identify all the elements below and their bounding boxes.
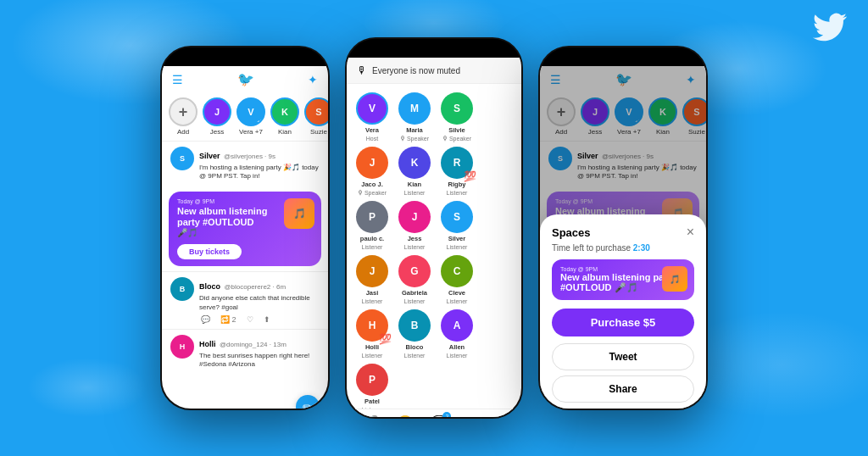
participant-bloco: B Bloco Listener xyxy=(396,309,433,359)
phone-2: 11:29 ▌▌▌ ▾ ▮ 🎙 Everyone is now muted V … xyxy=(345,37,523,419)
tweet-modal-button[interactable]: Tweet xyxy=(552,343,694,370)
silver-handle: @silverjones · 9s xyxy=(224,153,275,160)
phones-container: 11:29 ▌▌▌ ▾ ▮ ☰ 🐦 ✦ + Add J Jess xyxy=(0,0,868,456)
jaco-avatar: J xyxy=(356,147,388,179)
jess-p-role: Listener xyxy=(404,244,426,250)
participant-holli: H 💯 Holli Listener xyxy=(353,309,391,359)
participant-kian: K Kian Listener xyxy=(396,147,433,196)
bloco-actions: 💬 🔁 2 ♡ ⬆ xyxy=(199,315,320,324)
holli-avatar: H xyxy=(170,335,194,359)
muted-text: Everyone is now muted xyxy=(372,66,460,75)
story-vera[interactable]: V +7 Vera +7 xyxy=(236,97,265,136)
mic2-icon: 🎙 xyxy=(442,136,448,142)
tweet-holli-header: H Holli @domingo_124 · 13m The best sunr… xyxy=(170,335,320,370)
phone1-header: ☰ 🐦 ✦ xyxy=(162,66,328,92)
phone3-notch: 11:29 ▌▌▌ ▾ ▮ xyxy=(540,47,706,66)
purchase-button[interactable]: Purchase $5 xyxy=(552,309,694,336)
hamburger-icon[interactable]: ☰ xyxy=(172,73,183,86)
silver-p-role: Listener xyxy=(447,244,468,250)
holli-emoji: 💯 xyxy=(379,333,392,345)
holli-text: The best sunrises happen right here! #Se… xyxy=(199,352,320,370)
participant-gabriela: G Gabriela Listener xyxy=(396,255,433,304)
kian-avatar[interactable]: K xyxy=(270,97,299,126)
bloco-p-name: Bloco xyxy=(406,343,424,351)
phone1-notch: 11:29 ▌▌▌ ▾ ▮ xyxy=(162,47,328,66)
mic-icon: 🎙 xyxy=(400,136,406,142)
bloco-text: Did anyone else catch that incredible se… xyxy=(199,294,320,312)
compose-button[interactable]: ✏ xyxy=(296,395,320,410)
jess-label: Jess xyxy=(210,128,224,136)
share-icon[interactable]: ⬆ xyxy=(264,315,270,324)
silver-p-name: Silver xyxy=(448,235,465,242)
participant-paulo: P paulo c. Listener xyxy=(353,201,391,250)
allen-avatar: A xyxy=(441,309,473,342)
add-avatar[interactable]: + xyxy=(169,97,198,126)
holli-name: Holli xyxy=(199,340,216,348)
signal3-icon: ▌▌▌ xyxy=(668,54,681,60)
participant-allen: A Allen Listener xyxy=(438,309,476,359)
story-kian[interactable]: K Kian xyxy=(270,97,299,136)
phone3-status-icons: ▌▌▌ ▾ ▮ xyxy=(668,53,693,60)
suzie-avatar[interactable]: S xyxy=(304,97,328,126)
sparkle-icon[interactable]: ✦ xyxy=(308,73,318,86)
like-icon[interactable]: ♡ xyxy=(247,315,253,324)
participant-jaco: J Jaco J. 🎙 Speaker xyxy=(353,147,391,196)
silver-p-avatar: S xyxy=(441,201,473,233)
participant-silvie: S Silvie 🎙 Speaker xyxy=(438,92,476,142)
wifi-icon: ▾ xyxy=(305,53,309,60)
phone2-status-icons: ▌▌▌ ▾ ▮ xyxy=(483,45,508,52)
maria-avatar: M xyxy=(398,92,431,125)
tweet-bloco: B Bloco @blocoperere2 · 6m Did anyone el… xyxy=(162,271,328,329)
vera-p-role: Host xyxy=(366,136,378,142)
vera-p-name: Vera xyxy=(365,126,379,134)
jess-avatar[interactable]: J xyxy=(203,97,231,126)
kian-p-avatar: K xyxy=(398,147,431,179)
phone3-time: 11:29 xyxy=(554,53,573,61)
kian-p-role: Listener xyxy=(404,190,426,196)
spaces-card-phone1: Today @ 9PM New album listeningparty #OU… xyxy=(169,192,321,266)
bloco-name: Bloco xyxy=(199,282,220,291)
share-modal-button[interactable]: Share xyxy=(552,375,694,403)
suzie-label: Suzie xyxy=(310,128,327,136)
reply-icon[interactable]: 💬 xyxy=(201,315,210,324)
buy-tickets-button[interactable]: Buy tickets xyxy=(177,244,242,259)
silver-text: I'm hosting a listening party 🎉🎵 today @… xyxy=(199,164,320,181)
vera-p-avatar: V xyxy=(356,92,388,125)
participant-jasi: J Jasi Listener xyxy=(353,255,391,304)
silvie-role: 🎙 Speaker xyxy=(442,136,471,142)
participant-jess: J Jess Listener xyxy=(396,201,433,250)
modal-spaces-card: Today @ 9PM New album listening party#OU… xyxy=(552,259,694,300)
kian-label: Kian xyxy=(278,128,292,136)
add-label: Add xyxy=(177,128,189,136)
silvie-name: Silvie xyxy=(448,126,465,134)
phone2-bottom-bar: 🎤 😊 💬 3 ♡ ⬆ xyxy=(347,409,521,419)
jaco-role: 🎙 Speaker xyxy=(358,190,387,196)
retweet-icon[interactable]: 🔁 2 xyxy=(220,315,236,324)
signal-icon: ▌▌▌ xyxy=(290,54,303,60)
modal-close-button[interactable]: × xyxy=(687,225,694,240)
battery-icon: ▮ xyxy=(311,53,314,60)
patel-avatar: P xyxy=(356,364,388,396)
rigby-role: Listener xyxy=(447,190,468,196)
kian-p-name: Kian xyxy=(408,181,421,188)
chat-bottom-icon[interactable]: 💬 3 xyxy=(431,414,448,419)
modal-timer: Time left to purchase 2:30 xyxy=(552,243,694,253)
bloco-p-avatar: B xyxy=(398,309,431,342)
vera-avatar[interactable]: V +7 xyxy=(236,97,265,126)
phone-3: 11:29 ▌▌▌ ▾ ▮ ☰ 🐦 ✦ + Add J xyxy=(538,46,708,410)
participant-patel: P Patel Listener xyxy=(353,364,391,413)
participant-cleve: C Cleve Listener xyxy=(438,255,476,304)
phone2-notch: 11:29 ▌▌▌ ▾ ▮ xyxy=(347,39,521,58)
phone2-screen: 🎙 Everyone is now muted V Vera Host M Ma… xyxy=(347,58,521,419)
share-bottom-icon[interactable]: ⬆ xyxy=(495,414,506,419)
story-suzie[interactable]: S Suzie xyxy=(304,97,328,136)
holli-p-name: Holli xyxy=(365,343,379,351)
modal-spaces-thumb: 🎵 xyxy=(662,266,687,292)
heart-bottom-icon[interactable]: ♡ xyxy=(465,414,477,419)
vera-plus-badge: +7 xyxy=(255,116,265,126)
story-jess[interactable]: J Jess xyxy=(203,97,231,136)
story-add[interactable]: + Add xyxy=(169,97,198,136)
mic-bottom-icon[interactable]: 🎤 xyxy=(362,414,379,419)
spaces-modal: Spaces × Time left to purchase 2:30 Toda… xyxy=(540,214,706,410)
emoji-bottom-icon[interactable]: 😊 xyxy=(397,414,414,419)
